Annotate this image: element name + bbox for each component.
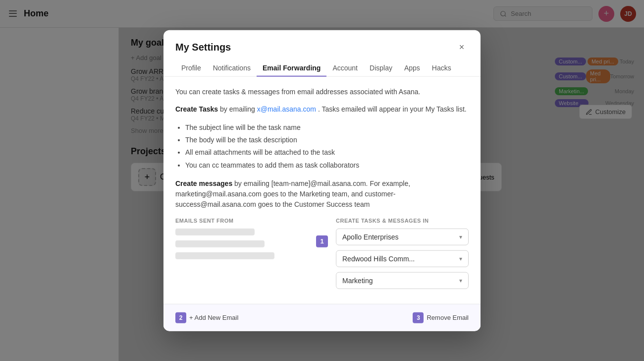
modal-header: My Settings × bbox=[163, 30, 481, 54]
footer-right: 3 Remove Email bbox=[413, 312, 469, 323]
tab-apps[interactable]: Apps bbox=[398, 60, 426, 77]
dropdown-1-value: Apollo Enterprises bbox=[342, 233, 399, 241]
tab-hacks[interactable]: Hacks bbox=[426, 60, 457, 77]
email-blur-1 bbox=[175, 228, 255, 235]
modal-title: My Settings bbox=[175, 41, 231, 53]
tab-email-forwarding[interactable]: Email Forwarding bbox=[257, 60, 326, 77]
tab-notifications[interactable]: Notifications bbox=[207, 60, 257, 77]
bullet-list: The subject line will be the task name T… bbox=[185, 121, 469, 172]
email-row bbox=[175, 228, 308, 235]
email-blur-3 bbox=[175, 252, 274, 259]
email-row bbox=[175, 240, 308, 247]
bullet-item: The subject line will be the task name bbox=[185, 121, 469, 134]
bullet-item: The body will be the task description bbox=[185, 134, 469, 146]
dropdown-2-arrow: ▾ bbox=[459, 255, 462, 262]
settings-modal: My Settings × Profile Notifications Emai… bbox=[163, 30, 481, 331]
create-tasks-by: by emailing bbox=[220, 105, 257, 113]
bullet-item: You can cc teammates to add them as task… bbox=[185, 159, 469, 171]
dropdown-3-value: Marketing bbox=[342, 276, 373, 284]
create-tasks-text: Create Tasks by emailing x@mail.asana.co… bbox=[175, 104, 469, 115]
bullet-item: All email attachments will be attached t… bbox=[185, 146, 469, 159]
create-messages-text: Create messages by emailing [team-name]@… bbox=[175, 178, 469, 209]
tab-display[interactable]: Display bbox=[364, 60, 398, 77]
email-columns: EMAILS SENT FROM 1 CREATE TASKS & MESSAG… bbox=[175, 217, 469, 294]
create-tasks-in-col: CREATE TASKS & MESSAGES IN Apollo Enterp… bbox=[328, 217, 469, 294]
dropdown-2-value: Redwood Hills Comm... bbox=[342, 254, 415, 262]
create-messages-label: Create messages bbox=[175, 179, 232, 187]
right-col-header: CREATE TASKS & MESSAGES IN bbox=[336, 217, 469, 223]
intro-text: You can create tasks & messages from ema… bbox=[175, 87, 469, 97]
tab-profile[interactable]: Profile bbox=[175, 60, 207, 77]
create-tasks-label: Create Tasks bbox=[175, 105, 218, 113]
email-row bbox=[175, 252, 308, 259]
modal-close-button[interactable]: × bbox=[455, 40, 469, 54]
step-badge-col: 1 bbox=[316, 217, 328, 294]
step-badge-3: 3 bbox=[413, 312, 424, 323]
footer-left: 2 + Add New Email bbox=[175, 312, 238, 323]
remove-email-button[interactable]: Remove Email bbox=[427, 314, 469, 321]
dropdown-1[interactable]: Apollo Enterprises ▾ bbox=[336, 228, 469, 245]
step-badge-1: 1 bbox=[316, 235, 328, 247]
email-link[interactable]: x@mail.asana.com bbox=[257, 105, 316, 113]
dropdown-1-arrow: ▾ bbox=[459, 233, 462, 240]
dropdown-3-arrow: ▾ bbox=[459, 277, 462, 284]
dropdown-3[interactable]: Marketing ▾ bbox=[336, 272, 469, 289]
modal-body: You can create tasks & messages from ema… bbox=[163, 77, 481, 304]
create-tasks-suffix: . Tasks emailed will appear in your My T… bbox=[318, 105, 467, 113]
add-email-button[interactable]: + Add New Email bbox=[189, 314, 238, 321]
modal-tabs: Profile Notifications Email Forwarding A… bbox=[163, 54, 481, 77]
tab-account[interactable]: Account bbox=[326, 60, 364, 77]
emails-sent-from-col: EMAILS SENT FROM bbox=[175, 217, 316, 294]
modal-footer: 2 + Add New Email 3 Remove Email bbox=[163, 303, 481, 331]
email-blur-2 bbox=[175, 240, 265, 247]
step-badge-2: 2 bbox=[175, 312, 186, 323]
left-col-header: EMAILS SENT FROM bbox=[175, 217, 308, 223]
dropdown-2[interactable]: Redwood Hills Comm... ▾ bbox=[336, 250, 469, 267]
